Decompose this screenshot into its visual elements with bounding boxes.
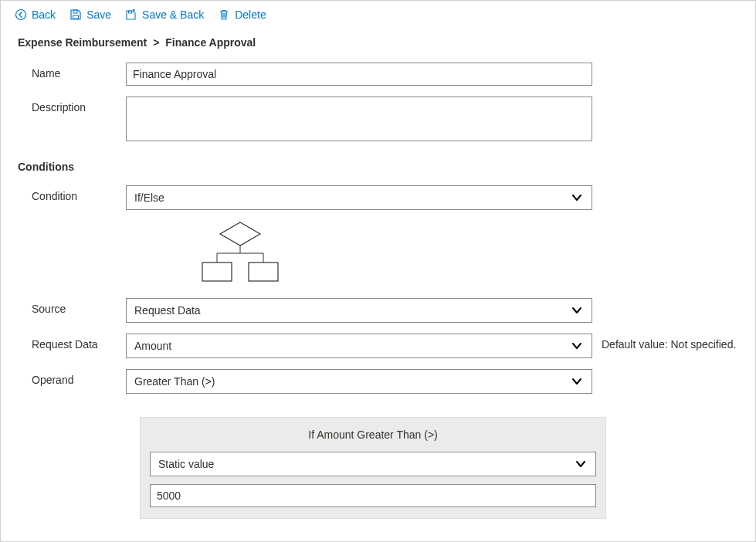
name-input[interactable]	[126, 63, 592, 86]
content-area: Expense Reimbursement > Finance Approval…	[1, 29, 755, 519]
condition-diagram	[140, 221, 310, 287]
row-condition: Condition If/Else	[18, 185, 738, 210]
svg-rect-1	[73, 10, 77, 13]
condition-panel: If Amount Greater Than (>) Static value	[140, 417, 606, 519]
condition-value: If/Else	[134, 191, 164, 204]
page-frame: Back Save Save & Back	[0, 0, 756, 542]
back-icon	[15, 8, 27, 21]
row-operand: Operand Greater Than (>)	[18, 369, 738, 394]
label-condition: Condition	[18, 185, 126, 202]
row-name: Name	[18, 63, 738, 86]
label-name: Name	[18, 63, 126, 80]
label-request-data: Request Data	[18, 334, 126, 351]
chevron-down-icon	[570, 191, 584, 205]
source-select[interactable]: Request Data	[126, 298, 592, 323]
save-label: Save	[86, 8, 111, 21]
svg-rect-9	[249, 263, 278, 281]
section-conditions: Conditions	[18, 161, 738, 173]
static-value-input[interactable]	[150, 484, 596, 507]
request-data-select[interactable]: Amount	[126, 334, 592, 358]
save-back-label: Save & Back	[142, 8, 204, 21]
svg-rect-3	[129, 11, 132, 13]
delete-button[interactable]: Delete	[218, 8, 266, 21]
operand-select[interactable]: Greater Than (>)	[126, 369, 592, 394]
chevron-down-icon	[570, 339, 584, 353]
diagram-row	[18, 221, 738, 287]
svg-rect-2	[73, 15, 79, 19]
floppy-icon	[69, 8, 82, 21]
description-input[interactable]	[126, 97, 592, 141]
back-button[interactable]: Back	[15, 8, 56, 21]
breadcrumb-current: Finance Approval	[165, 36, 256, 49]
row-source: Source Request Data	[18, 298, 738, 323]
value-type-select[interactable]: Static value	[150, 452, 596, 476]
chevron-down-icon	[570, 303, 584, 317]
request-data-value: Amount	[134, 340, 171, 352]
save-back-icon	[125, 8, 137, 21]
save-back-button[interactable]: Save & Back	[125, 8, 204, 21]
panel-title: If Amount Greater Than (>)	[150, 429, 596, 441]
breadcrumb-root[interactable]: Expense Reimbursement	[18, 36, 147, 49]
chevron-down-icon	[570, 374, 584, 388]
svg-rect-8	[202, 263, 232, 281]
row-request-data: Request Data Amount Default value: Not s…	[18, 334, 738, 358]
label-operand: Operand	[18, 369, 126, 386]
svg-point-0	[16, 10, 26, 20]
default-value-note: Default value: Not specified.	[602, 334, 736, 351]
label-description: Description	[18, 97, 126, 113]
chevron-down-icon	[574, 457, 588, 471]
condition-select[interactable]: If/Else	[126, 185, 592, 210]
operand-value: Greater Than (>)	[134, 375, 215, 388]
toolbar: Back Save Save & Back	[1, 1, 755, 29]
breadcrumb-sep: >	[150, 36, 162, 49]
back-label: Back	[32, 8, 56, 21]
row-description: Description	[18, 97, 738, 144]
breadcrumb: Expense Reimbursement > Finance Approval	[18, 36, 738, 49]
label-source: Source	[18, 298, 126, 315]
value-type-value: Static value	[158, 458, 214, 470]
delete-label: Delete	[235, 8, 266, 21]
trash-icon	[218, 8, 230, 21]
source-value: Request Data	[134, 304, 201, 317]
save-button[interactable]: Save	[69, 8, 111, 21]
